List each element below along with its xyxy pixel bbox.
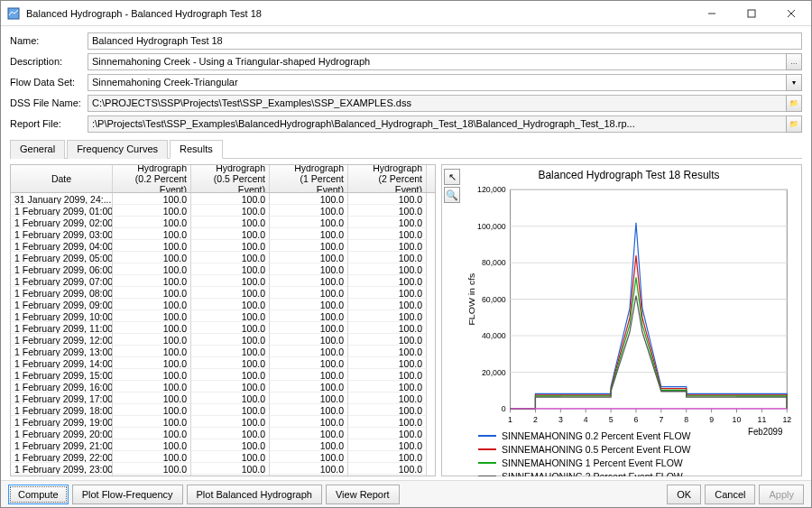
table-row[interactable]: 1 February 2099, 24:008155.37441.96904.1… bbox=[11, 475, 435, 476]
results-panel: Date Hydrograph (0.2 Percent Event) Hydr… bbox=[10, 164, 802, 476]
table-row[interactable]: 1 February 2099, 16:00100.0100.0100.0100… bbox=[11, 381, 435, 393]
main-window: Balanced Hydrograph - Balanced Hydrograp… bbox=[0, 0, 812, 508]
legend-swatch bbox=[478, 476, 496, 476]
cell-value: 100.0 bbox=[113, 404, 191, 416]
cell-date: 1 February 2099, 15:00 bbox=[11, 369, 113, 381]
cell-value: 100.0 bbox=[348, 263, 427, 275]
plot-balanced-hydrograph-button[interactable]: Plot Balanced Hydrograph bbox=[187, 485, 322, 504]
table-row[interactable]: 1 February 2099, 23:00100.0100.0100.0100… bbox=[11, 463, 435, 475]
minimize-button[interactable] bbox=[692, 1, 732, 26]
table-row[interactable]: 1 February 2099, 02:00100.0100.0100.0100… bbox=[11, 217, 435, 228]
view-report-button[interactable]: View Report bbox=[326, 485, 400, 504]
table-row[interactable]: 1 February 2099, 01:00100.0100.0100.0100… bbox=[11, 205, 435, 217]
chart-plot[interactable]: Balanced Hydrograph Test 18 Results 020,… bbox=[462, 167, 796, 424]
dss-file-input[interactable]: C:\PROJECTS\SSP\Projects\Test\SSP_Exampl… bbox=[88, 95, 787, 112]
description-input[interactable]: Sinnemahoning Creek - Using a Triangular… bbox=[88, 53, 787, 70]
col-h2[interactable]: Hydrograph (2 Percent Event) bbox=[348, 165, 427, 192]
cell-value: 100.0 bbox=[191, 463, 270, 475]
report-file-input[interactable]: :\P\Projects\Test\SSP_Examples\BalancedH… bbox=[88, 115, 787, 133]
table-row[interactable]: 1 February 2099, 06:00100.0100.0100.0100… bbox=[11, 263, 435, 275]
cell-value: 100.0 bbox=[191, 263, 270, 275]
footer: Compute Plot Flow-Frequency Plot Balance… bbox=[1, 480, 811, 507]
table-row[interactable]: 1 February 2099, 04:00100.0100.0100.0100… bbox=[11, 240, 435, 252]
cell-value: 100.0 bbox=[270, 357, 348, 369]
table-row[interactable]: 1 February 2099, 03:00100.0100.0100.0100… bbox=[11, 228, 435, 240]
cancel-button[interactable]: Cancel bbox=[705, 485, 755, 504]
cell-value: 100.0 bbox=[270, 393, 348, 404]
table-row[interactable]: 1 February 2099, 15:00100.0100.0100.0100… bbox=[11, 369, 435, 381]
ok-button[interactable]: OK bbox=[667, 485, 701, 504]
table-row[interactable]: 1 February 2099, 18:00100.0100.0100.0100… bbox=[11, 404, 435, 416]
cell-date: 1 February 2099, 21:00 bbox=[11, 439, 113, 451]
cell-date: 1 February 2099, 12:00 bbox=[11, 334, 113, 346]
plot-flow-frequency-button[interactable]: Plot Flow-Frequency bbox=[72, 485, 183, 504]
tab-results[interactable]: Results bbox=[170, 140, 223, 159]
table-row[interactable]: 1 February 2099, 13:00100.0100.0100.0100… bbox=[11, 346, 435, 357]
col-h1[interactable]: Hydrograph (1 Percent Event) bbox=[270, 165, 348, 192]
name-input[interactable]: Balanced Hydrograph Test 18 bbox=[88, 32, 802, 50]
cell-value: 100.0 bbox=[113, 252, 191, 263]
close-button[interactable] bbox=[771, 1, 811, 26]
table-row[interactable]: 1 February 2099, 20:00100.0100.0100.0100… bbox=[11, 428, 435, 439]
legend-item: SINNEMAHONING 1 Percent Event FLOW bbox=[478, 457, 794, 470]
cell-value: 100.0 bbox=[348, 287, 427, 299]
table-row[interactable]: 1 February 2099, 11:00100.0100.0100.0100… bbox=[11, 322, 435, 334]
cell-value: 100.0 bbox=[113, 217, 191, 228]
dss-file-browse-button[interactable]: 📁 bbox=[786, 95, 802, 112]
apply-button[interactable]: Apply bbox=[759, 485, 804, 504]
report-file-value: :\P\Projects\Test\SSP_Examples\BalancedH… bbox=[92, 118, 635, 129]
cell-date: 1 February 2099, 05:00 bbox=[11, 252, 113, 263]
cell-value: 100.0 bbox=[348, 193, 427, 205]
cell-value: 100.0 bbox=[113, 193, 191, 205]
flow-data-set-dropdown-button[interactable]: ▾ bbox=[786, 74, 802, 91]
svg-text:80,000: 80,000 bbox=[482, 258, 506, 267]
cell-value: 100.0 bbox=[191, 393, 270, 404]
maximize-button[interactable] bbox=[732, 1, 771, 26]
svg-text:Feb2099: Feb2099 bbox=[748, 427, 783, 437]
cell-value: 100.0 bbox=[348, 439, 427, 451]
svg-text:120,000: 120,000 bbox=[477, 185, 506, 194]
table-row[interactable]: 1 February 2099, 21:00100.0100.0100.0100… bbox=[11, 439, 435, 451]
col-h05[interactable]: Hydrograph (0.5 Percent Event) bbox=[191, 165, 270, 192]
table-row[interactable]: 1 February 2099, 10:00100.0100.0100.0100… bbox=[11, 310, 435, 322]
tab-general[interactable]: General bbox=[10, 140, 65, 159]
flow-data-set-select[interactable]: Sinnemahoning Creek-Triangular bbox=[88, 74, 787, 91]
table-row[interactable]: 1 February 2099, 17:00100.0100.0100.0100… bbox=[11, 393, 435, 404]
cell-value: 100.0 bbox=[348, 240, 427, 252]
svg-text:12: 12 bbox=[782, 414, 791, 423]
description-more-button[interactable]: … bbox=[786, 53, 802, 70]
cell-value: 100.0 bbox=[348, 252, 427, 263]
tab-frequency-curves[interactable]: Frequency Curves bbox=[67, 140, 168, 159]
table-row[interactable]: 1 February 2099, 07:00100.0100.0100.0100… bbox=[11, 275, 435, 287]
results-table: Date Hydrograph (0.2 Percent Event) Hydr… bbox=[10, 164, 436, 476]
compute-button[interactable]: Compute bbox=[8, 485, 69, 504]
cell-value: 100.0 bbox=[191, 404, 270, 416]
table-row[interactable]: 1 February 2099, 09:00100.0100.0100.0100… bbox=[11, 299, 435, 310]
legend-item: SINNEMAHONING 0.5 Percent Event FLOW bbox=[478, 443, 794, 457]
cell-value: 100.0 bbox=[348, 322, 427, 334]
cell-value: 100.0 bbox=[270, 193, 348, 205]
zoom-tool[interactable]: 🔍 bbox=[444, 187, 460, 203]
table-row[interactable]: 31 January 2099, 24:...100.0100.0100.010… bbox=[11, 193, 435, 205]
table-body[interactable]: 31 January 2099, 24:...100.0100.0100.010… bbox=[11, 193, 435, 476]
table-row[interactable]: 1 February 2099, 08:00100.0100.0100.0100… bbox=[11, 287, 435, 299]
table-row[interactable]: 1 February 2099, 22:00100.0100.0100.0100… bbox=[11, 451, 435, 463]
cell-value: 100.0 bbox=[191, 240, 270, 252]
cell-value: 100.0 bbox=[348, 205, 427, 217]
svg-text:5: 5 bbox=[609, 414, 614, 423]
col-date[interactable]: Date bbox=[11, 165, 113, 192]
window-title: Balanced Hydrograph - Balanced Hydrograp… bbox=[26, 8, 692, 19]
table-row[interactable]: 1 February 2099, 14:00100.0100.0100.0100… bbox=[11, 357, 435, 369]
cell-value: 100.0 bbox=[113, 346, 191, 357]
pointer-tool[interactable]: ↖ bbox=[444, 169, 460, 185]
cell-value: 100.0 bbox=[191, 346, 270, 357]
cell-value: 8155.3 bbox=[113, 475, 191, 476]
table-row[interactable]: 1 February 2099, 12:00100.0100.0100.0100… bbox=[11, 334, 435, 346]
table-row[interactable]: 1 February 2099, 05:00100.0100.0100.0100… bbox=[11, 252, 435, 263]
report-file-browse-button[interactable]: 📁 bbox=[786, 115, 802, 133]
cell-value: 100.0 bbox=[270, 346, 348, 357]
table-row[interactable]: 1 February 2099, 19:00100.0100.0100.0100… bbox=[11, 416, 435, 428]
col-h02[interactable]: Hydrograph (0.2 Percent Event) bbox=[113, 165, 191, 192]
table-header: Date Hydrograph (0.2 Percent Event) Hydr… bbox=[11, 165, 435, 193]
dss-file-label: DSS File Name: bbox=[10, 97, 88, 108]
